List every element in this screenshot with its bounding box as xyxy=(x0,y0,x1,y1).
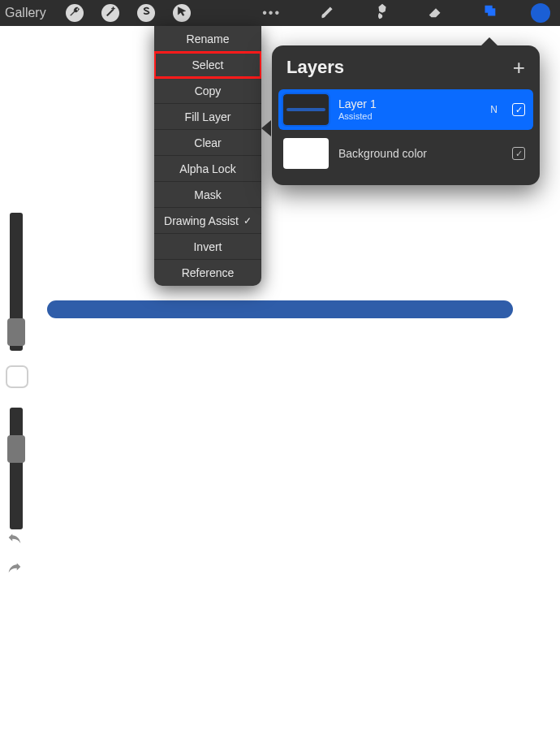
smudge-tool[interactable] xyxy=(370,1,394,25)
layer-context-menu: Rename Select Copy Fill Layer Clear Alph… xyxy=(154,26,261,286)
layer-visibility-checkbox[interactable]: ✓ xyxy=(512,147,525,160)
selection-button[interactable] xyxy=(137,4,155,22)
layers-panel-arrow xyxy=(481,37,498,45)
eraser-tool[interactable] xyxy=(424,1,448,25)
undo-icon xyxy=(6,529,24,550)
check-icon: ✓ xyxy=(243,215,252,227)
ctx-rename[interactable]: Rename xyxy=(154,26,261,52)
ctx-alpha-lock[interactable]: Alpha Lock xyxy=(154,156,261,182)
layer-name: Background color xyxy=(338,147,502,161)
canvas-stroke xyxy=(47,300,513,318)
layer-thumbnail xyxy=(283,138,329,169)
ctx-clear[interactable]: Clear xyxy=(154,130,261,156)
layer-row[interactable]: Background color ✓ xyxy=(278,133,533,174)
smudge-icon xyxy=(373,2,391,24)
adjustments-button[interactable] xyxy=(101,4,119,22)
layer-name: Layer 1 xyxy=(338,97,480,111)
layers-tool[interactable] xyxy=(477,1,502,25)
side-sliders xyxy=(2,213,30,529)
layers-panel-title: Layers xyxy=(286,57,344,78)
ctx-drawing-assist[interactable]: Drawing Assist✓ xyxy=(154,208,261,234)
actions-button[interactable] xyxy=(66,4,84,22)
ctx-mask[interactable]: Mask xyxy=(154,182,261,208)
wand-icon xyxy=(105,6,116,20)
wrench-icon xyxy=(69,6,80,20)
layer-row[interactable]: Layer 1 Assisted N ✓ xyxy=(278,89,533,130)
eraser-icon xyxy=(427,2,445,24)
ctx-select[interactable]: Select xyxy=(154,52,261,78)
ctx-invert[interactable]: Invert xyxy=(154,234,261,260)
layers-panel: Layers + Layer 1 Assisted N ✓ Background… xyxy=(272,45,540,185)
layer-thumbnail xyxy=(283,94,329,125)
layer-blend-mode[interactable]: N xyxy=(490,104,498,115)
ctx-copy[interactable]: Copy xyxy=(154,78,261,104)
redo-icon xyxy=(6,558,24,579)
brush-icon xyxy=(320,2,338,24)
brush-size-handle[interactable] xyxy=(7,318,25,346)
cursor-arrow-icon xyxy=(176,6,187,20)
layers-icon xyxy=(480,2,498,24)
redo-button[interactable] xyxy=(3,559,26,578)
ctx-fill-layer[interactable]: Fill Layer xyxy=(154,104,261,130)
transform-button[interactable] xyxy=(173,4,191,22)
ctx-reference[interactable]: Reference xyxy=(154,260,261,286)
add-layer-button[interactable]: + xyxy=(513,57,525,78)
gallery-button[interactable]: Gallery xyxy=(5,6,46,20)
more-menu-button[interactable]: ••• xyxy=(256,6,287,20)
brush-size-slider[interactable] xyxy=(10,213,23,351)
selection-s-icon xyxy=(140,6,152,20)
undo-button[interactable] xyxy=(3,529,26,549)
brush-tool[interactable] xyxy=(317,1,341,25)
layer-subtitle: Assisted xyxy=(338,111,480,122)
context-menu-arrow xyxy=(261,120,271,136)
color-picker-button[interactable] xyxy=(531,3,550,23)
layer-visibility-checkbox[interactable]: ✓ xyxy=(512,103,525,116)
brush-opacity-handle[interactable] xyxy=(7,435,25,463)
brush-opacity-slider[interactable] xyxy=(10,408,23,529)
modify-button[interactable] xyxy=(6,365,28,388)
top-toolbar: Gallery ••• xyxy=(0,0,560,26)
